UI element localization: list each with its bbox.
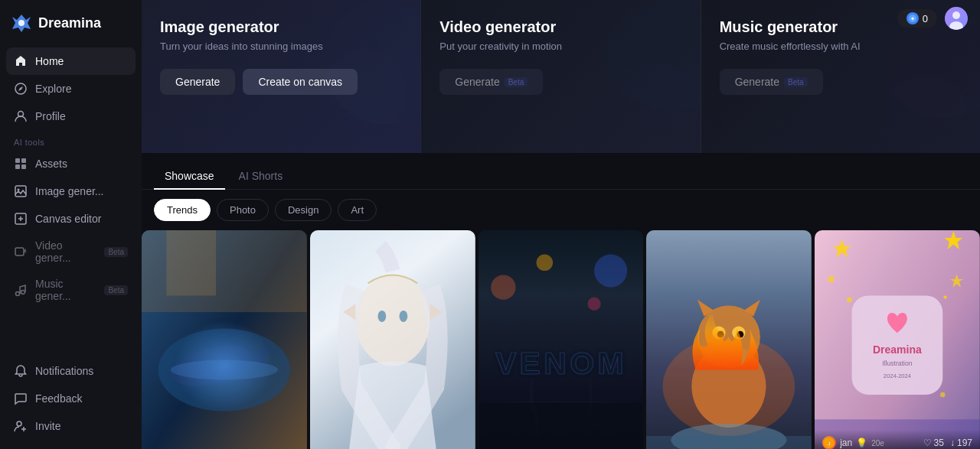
tab-ai-shorts[interactable]: AI Shorts xyxy=(228,164,294,190)
profile-icon xyxy=(14,109,28,123)
image-generate-button[interactable]: Generate xyxy=(160,69,235,95)
card-stats: ♡ 35 ↓ 197 xyxy=(923,438,972,448)
sidebar: Dreamina Home Explore xyxy=(0,0,142,449)
download-icon: ↓ xyxy=(950,438,955,448)
logo-icon xyxy=(11,12,32,34)
user-avatar-small: J xyxy=(822,436,836,449)
music-gen-beta: Beta xyxy=(104,285,128,295)
canvas-icon xyxy=(14,212,28,226)
notifications-label: Notifications xyxy=(35,365,93,377)
filter-art[interactable]: Art xyxy=(338,199,377,221)
svg-point-26 xyxy=(158,329,291,412)
svg-point-28 xyxy=(171,360,278,380)
notifications-icon xyxy=(14,364,28,378)
ai-tools-label: AI tools xyxy=(6,130,136,150)
user-avatar[interactable] xyxy=(945,7,968,30)
filter-design[interactable]: Design xyxy=(275,199,332,221)
showcase-tabs: Showcase AI Shorts xyxy=(142,153,980,190)
card-user-info: J jan 💡 20e xyxy=(822,436,884,449)
feedback-icon xyxy=(14,392,28,405)
card-likes: ♡ 35 xyxy=(923,438,944,448)
music-generate-button[interactable]: Generate Beta xyxy=(720,69,823,95)
svg-point-64 xyxy=(940,392,945,397)
explore-label: Explore xyxy=(35,83,71,95)
image-grid: VENOM VENOM xyxy=(142,230,980,449)
home-label: Home xyxy=(35,55,64,67)
video-gen-label: Video gener... xyxy=(35,239,96,264)
image-card-whale[interactable] xyxy=(142,230,307,449)
svg-rect-10 xyxy=(15,248,24,255)
image-card-fire-cat[interactable] xyxy=(646,230,812,449)
svg-point-22 xyxy=(604,63,701,132)
sidebar-item-home[interactable]: Home xyxy=(6,47,136,75)
svg-rect-7 xyxy=(15,186,26,197)
svg-rect-42 xyxy=(479,403,644,449)
music-beta-badge: Beta xyxy=(784,77,808,87)
sidebar-item-assets[interactable]: Assets xyxy=(6,150,136,177)
video-generate-label: Generate xyxy=(455,76,499,88)
svg-point-24 xyxy=(884,76,966,132)
image-gen-label: Image gener... xyxy=(35,185,104,197)
svg-point-0 xyxy=(18,20,24,26)
video-gen-beta: Beta xyxy=(104,247,128,257)
svg-point-62 xyxy=(847,298,851,302)
video-gen-icon xyxy=(14,245,28,259)
image-card-elf[interactable] xyxy=(310,230,475,449)
svg-point-27 xyxy=(167,337,256,394)
sidebar-item-image-gen[interactable]: Image gener... xyxy=(6,177,136,205)
sidebar-item-canvas[interactable]: Canvas editor xyxy=(6,205,136,233)
video-generate-button[interactable]: Generate Beta xyxy=(439,69,543,95)
sidebar-bottom: Notifications Feedback Invite xyxy=(0,354,142,449)
music-gen-icon xyxy=(14,283,28,297)
svg-rect-4 xyxy=(21,158,26,163)
svg-rect-5 xyxy=(15,164,20,169)
canvas-label: Canvas editor xyxy=(35,213,101,225)
tab-showcase[interactable]: Showcase xyxy=(154,164,225,190)
svg-rect-52 xyxy=(646,436,812,449)
music-gen-label: Music gener... xyxy=(35,278,96,302)
app-logo: Dreamina xyxy=(0,0,142,44)
svg-text:Illustration: Illustration xyxy=(882,360,913,367)
sidebar-item-music-gen[interactable]: Music gener... Beta xyxy=(6,271,136,309)
showcase-section: Showcase AI Shorts Trends Photo Design A… xyxy=(142,153,980,449)
assets-icon xyxy=(14,157,28,171)
svg-point-63 xyxy=(944,295,947,298)
downloads-count: 197 xyxy=(957,438,972,448)
svg-rect-6 xyxy=(21,164,26,169)
svg-point-13 xyxy=(17,421,21,426)
image-card-venom[interactable]: VENOM VENOM xyxy=(479,230,644,449)
sidebar-item-invite[interactable]: Invite xyxy=(6,412,136,440)
explore-icon xyxy=(14,82,28,96)
filter-photo[interactable]: Photo xyxy=(217,199,269,221)
sidebar-item-explore[interactable]: Explore xyxy=(6,75,136,102)
svg-point-34 xyxy=(399,311,407,322)
video-beta-badge: Beta xyxy=(505,77,528,87)
sidebar-item-profile[interactable]: Profile xyxy=(6,102,136,130)
sidebar-item-feedback[interactable]: Feedback xyxy=(6,385,136,412)
svg-text:VENOM: VENOM xyxy=(495,346,627,381)
top-header: ✦ 0 xyxy=(142,0,980,37)
image-card-dreamina[interactable]: Dreamina Illustration 2024-2024 xyxy=(815,230,980,449)
heart-icon: ♡ xyxy=(923,438,932,448)
credits-badge: ✦ 0 xyxy=(897,9,937,28)
svg-point-32 xyxy=(355,275,430,366)
svg-rect-30 xyxy=(166,230,216,295)
sidebar-item-notifications[interactable]: Notifications xyxy=(6,357,136,385)
music-generate-label: Generate xyxy=(735,76,779,88)
feedback-label: Feedback xyxy=(35,392,82,405)
svg-point-12 xyxy=(21,291,25,294)
assets-label: Assets xyxy=(35,158,67,170)
card-user-level: 20e xyxy=(871,439,884,447)
svg-text:Dreamina: Dreamina xyxy=(873,343,922,356)
image-gen-icon xyxy=(14,184,28,198)
svg-point-33 xyxy=(377,311,386,322)
svg-text:J: J xyxy=(828,441,831,446)
filter-trends[interactable]: Trends xyxy=(154,199,211,221)
likes-count: 35 xyxy=(934,438,944,448)
card-downloads: ↓ 197 xyxy=(950,438,972,448)
invite-icon xyxy=(14,419,28,433)
home-icon xyxy=(14,54,28,68)
invite-label: Invite xyxy=(35,420,60,432)
sidebar-item-video-gen[interactable]: Video gener... Beta xyxy=(6,233,136,271)
svg-point-36 xyxy=(491,275,515,299)
